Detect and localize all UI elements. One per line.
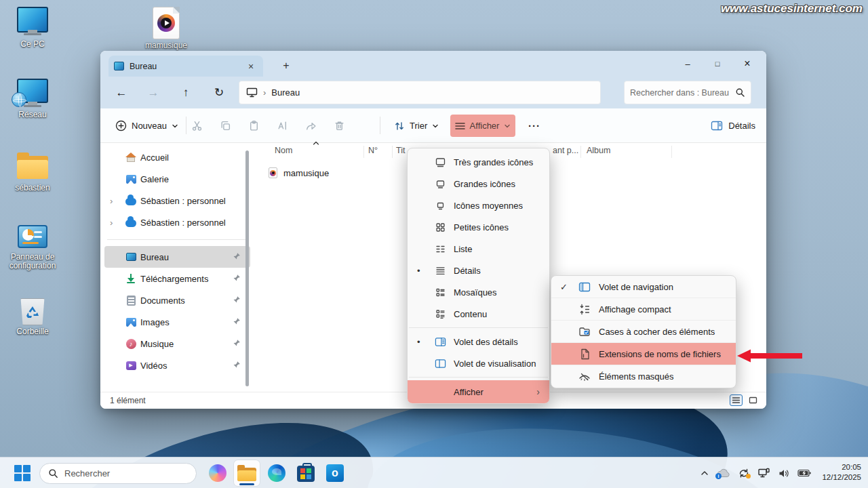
paste-icon[interactable] — [248, 120, 260, 131]
menu-item-tres-grandes-icones[interactable]: Très grandes icônes — [408, 151, 549, 173]
address-bar[interactable]: › Bureau — [239, 81, 601, 104]
onedrive-cloud-icon — [125, 217, 136, 228]
minimize-button[interactable]: – — [673, 54, 703, 74]
view-button-label: Afficher — [470, 121, 500, 131]
forward-button[interactable]: → — [143, 83, 163, 103]
taskbar-clock[interactable]: 20:05 12/12/2025 — [814, 462, 861, 483]
onedrive-tray-icon[interactable]: i — [717, 468, 730, 478]
menu-item-volet-des-details[interactable]: • Volet des détails — [408, 331, 549, 352]
column-header-album[interactable]: Album — [587, 146, 610, 155]
menu-item-afficher[interactable]: Afficher › — [408, 380, 549, 403]
share-icon[interactable] — [305, 120, 317, 131]
submenu-item-elements-masques[interactable]: Éléments masqués — [551, 365, 736, 388]
desktop-icon-ce-pc[interactable]: Ce PC — [0, 7, 65, 49]
recycle-bin-icon — [20, 298, 45, 325]
column-header-numero[interactable]: N° — [368, 146, 378, 155]
breadcrumb-chevron-icon: › — [263, 87, 266, 98]
list-view-icon — [435, 243, 446, 255]
breadcrumb-location[interactable]: Bureau — [271, 87, 300, 98]
submenu-item-affichage-compact[interactable]: Affichage compact — [551, 298, 736, 321]
taskbar-copilot-icon[interactable] — [205, 460, 231, 486]
taskbar-search-input[interactable] — [64, 468, 188, 479]
command-toolbar: Nouveau Trier — [100, 108, 766, 143]
menu-item-mosaiques[interactable]: Mosaïques — [408, 281, 549, 303]
close-button[interactable]: × — [732, 54, 762, 74]
copy-icon[interactable] — [220, 120, 231, 131]
menu-item-petites-icones[interactable]: Petites icônes — [408, 216, 549, 238]
sort-button[interactable]: Trier — [388, 115, 445, 137]
back-button[interactable]: ← — [111, 83, 132, 103]
desktop-icon-mamusique[interactable]: mamusique — [134, 7, 199, 50]
pin-icon — [233, 317, 241, 327]
desktop-icon-corbeille[interactable]: Corbeille — [0, 298, 65, 336]
pin-icon — [233, 361, 241, 371]
tray-chevron-up-icon[interactable] — [700, 469, 709, 477]
menu-item-grandes-icones[interactable]: Grandes icônes — [408, 173, 549, 195]
file-extensions-icon — [578, 348, 591, 360]
details-view-toggle[interactable] — [730, 394, 743, 406]
more-options-button[interactable]: ··· — [525, 115, 544, 137]
sidebar-item-bureau[interactable]: Bureau — [104, 246, 250, 268]
chevron-right-icon[interactable]: › — [110, 218, 113, 228]
submenu-item-volet-de-navigation[interactable]: ✓ Volet de navigation — [551, 276, 736, 298]
view-button[interactable]: Afficher — [450, 115, 515, 137]
volume-tray-icon[interactable] — [778, 468, 790, 479]
menu-item-details[interactable]: • Détails — [408, 260, 549, 281]
taskbar-file-explorer-icon[interactable] — [234, 460, 260, 486]
clock-time: 20:05 — [814, 462, 861, 472]
search-input[interactable] — [630, 88, 735, 98]
desktop-icon-label: Réseau — [18, 110, 46, 119]
sidebar-scrollbar[interactable] — [245, 150, 249, 386]
column-header-titre[interactable]: Tit — [396, 146, 405, 155]
new-tab-button[interactable]: + — [278, 58, 294, 74]
search-box[interactable] — [624, 81, 751, 104]
menu-item-liste[interactable]: Liste — [408, 238, 549, 260]
new-button[interactable]: Nouveau — [109, 115, 184, 137]
taskbar-edge-icon[interactable] — [264, 460, 290, 486]
chevron-down-icon — [432, 123, 439, 129]
desktop-icon-panneau-configuration[interactable]: Panneau de configuration — [0, 225, 65, 270]
window-controls: – □ × — [673, 51, 762, 77]
cut-icon[interactable] — [191, 120, 203, 131]
details-pane-button[interactable]: Détails — [711, 115, 755, 137]
taskbar-store-icon[interactable] — [293, 460, 319, 486]
sidebar-item-onedrive-2[interactable]: › Sébastien : personnel — [104, 211, 250, 233]
taskbar-outlook-icon[interactable]: o — [322, 460, 348, 486]
taskbar-search[interactable] — [39, 463, 197, 484]
column-header-nom[interactable]: Nom — [275, 146, 292, 155]
menu-item-icones-moyennes[interactable]: Icônes moyennes — [408, 195, 549, 216]
desktop-icon-reseau[interactable]: Réseau — [0, 79, 65, 119]
tab-bureau[interactable]: Bureau × — [108, 56, 263, 77]
view-lines-icon — [455, 122, 465, 130]
network-tray-icon[interactable] — [757, 468, 770, 479]
sidebar-item-documents[interactable]: Documents — [104, 289, 250, 311]
music-icon: ♪ — [125, 338, 136, 349]
submenu-item-extensions-de-noms-de-fichiers[interactable]: Extensions de noms de fichiers — [551, 343, 736, 365]
sidebar-item-onedrive-1[interactable]: › Sébastien : personnel — [104, 190, 250, 211]
navigation-pane: Accueil Galerie › Sébastien : personnel … — [100, 143, 254, 392]
sidebar-item-galerie[interactable]: Galerie — [104, 168, 250, 190]
sidebar-item-videos[interactable]: ▶ Vidéos — [104, 354, 250, 376]
column-header-artiste[interactable]: ant p... — [553, 146, 578, 155]
menu-item-volet-de-visualisation[interactable]: Volet de visualisation — [408, 352, 549, 374]
desktop-icon-sebastien[interactable]: sébastien — [0, 152, 65, 192]
sidebar-item-musique[interactable]: ♪ Musique — [104, 333, 250, 354]
start-button[interactable] — [14, 465, 31, 482]
file-row-mamusique[interactable]: mamusique — [260, 165, 329, 181]
up-button[interactable]: ↑ — [176, 83, 196, 103]
refresh-button[interactable]: ↻ — [209, 83, 229, 103]
thumbnail-view-toggle[interactable] — [747, 394, 760, 406]
sync-tray-icon[interactable] — [738, 468, 750, 479]
item-count: 1 élément — [110, 396, 146, 405]
sidebar-item-telechargements[interactable]: Téléchargements — [104, 268, 250, 289]
sidebar-item-images[interactable]: Images — [104, 311, 250, 333]
rename-icon[interactable] — [277, 120, 288, 131]
delete-icon[interactable] — [334, 120, 345, 131]
sidebar-item-accueil[interactable]: Accueil — [104, 146, 250, 168]
chevron-right-icon[interactable]: › — [110, 196, 113, 206]
maximize-button[interactable]: □ — [703, 54, 732, 74]
submenu-item-cases-a-cocher[interactable]: Cases à cocher des éléments — [551, 321, 736, 343]
battery-tray-icon[interactable] — [797, 469, 811, 477]
tab-close-icon[interactable]: × — [244, 60, 258, 73]
menu-item-contenu[interactable]: Contenu — [408, 303, 549, 325]
